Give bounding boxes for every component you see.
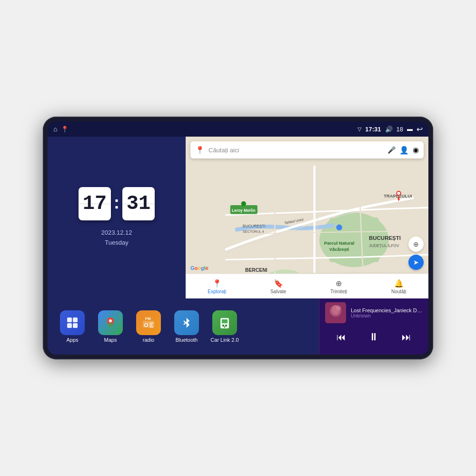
- map-search-input[interactable]: Căutați aici: [208, 147, 384, 154]
- svg-text:JUDEȚUL ILFOV: JUDEȚUL ILFOV: [369, 243, 399, 248]
- svg-text:Leroy Merlin: Leroy Merlin: [232, 208, 255, 213]
- layers-icon[interactable]: ◉: [413, 146, 419, 154]
- app-item-apps[interactable]: Apps: [55, 310, 89, 343]
- radio-label: radio: [143, 337, 154, 343]
- svg-rect-31: [149, 325, 152, 326]
- map-nav-send[interactable]: ⊕ Trimiteți: [330, 279, 347, 294]
- play-pause-button[interactable]: ⏸: [365, 329, 383, 345]
- svg-rect-0: [186, 141, 428, 295]
- map-nav-explore[interactable]: 📍 Explorați: [208, 279, 226, 294]
- bluetooth-icon: [174, 310, 199, 335]
- svg-point-19: [397, 192, 400, 195]
- music-title: Lost Frequencies_Janieck Devy-...: [351, 307, 423, 313]
- bluetooth-label: Bluetooth: [176, 337, 198, 343]
- voice-search-icon[interactable]: 🎤: [387, 146, 396, 154]
- signal-icon: ▽: [357, 126, 361, 132]
- map-nav-news[interactable]: 🔔 Noutăți: [391, 279, 407, 294]
- svg-point-24: [109, 319, 112, 322]
- battery-level: 18: [397, 126, 403, 133]
- clock-hours: 17: [79, 187, 111, 220]
- app-item-maps[interactable]: Maps: [93, 310, 128, 343]
- svg-text:SECTORUL 4: SECTORUL 4: [243, 229, 264, 234]
- status-bar: ⌂ 📍 ▽ 17:31 🔊 18 ▬ ↩: [48, 121, 428, 137]
- home-icon[interactable]: ⌂: [53, 125, 57, 133]
- maps-icon: [98, 310, 123, 335]
- apps-label: Apps: [66, 337, 78, 343]
- top-section: 17 : 31 2023.12.12 Tuesday: [48, 137, 428, 298]
- explore-icon: 📍: [212, 279, 222, 288]
- bottom-section: Apps Maps: [48, 298, 428, 355]
- map-search-bar[interactable]: 📍 Căutați aici 🎤 👤 ◉: [190, 141, 424, 159]
- send-label: Trimiteți: [330, 289, 347, 294]
- volume-icon: 🔊: [385, 126, 393, 133]
- map-search-controls: 🎤 👤 ◉: [387, 146, 419, 155]
- svg-rect-23: [73, 323, 78, 328]
- carlink-icon: [212, 310, 237, 335]
- clock-panel: 17 : 31 2023.12.12 Tuesday: [48, 137, 186, 298]
- svg-text:BUCUREȘTI: BUCUREȘTI: [369, 235, 401, 241]
- send-icon: ⊕: [336, 279, 342, 288]
- maps-status-icon[interactable]: 📍: [61, 126, 69, 133]
- device-body: ⌂ 📍 ▽ 17:31 🔊 18 ▬ ↩ 17 :: [43, 117, 433, 359]
- clock-date: 2023.12.12 Tuesday: [101, 228, 132, 248]
- battery-icon: ▬: [407, 126, 413, 132]
- apps-icon: [60, 310, 85, 335]
- status-left-icons: ⌂ 📍: [53, 125, 69, 133]
- main-content: 17 : 31 2023.12.12 Tuesday: [48, 137, 428, 355]
- flip-clock: 17 : 31: [79, 187, 155, 220]
- music-text: Lost Frequencies_Janieck Devy-... Unknow…: [351, 307, 423, 318]
- svg-rect-22: [67, 323, 72, 328]
- map-controls: ⊕ ➤: [408, 237, 424, 270]
- svg-rect-35: [222, 325, 224, 327]
- time-display: 17:31: [365, 126, 381, 133]
- apps-area: Apps Maps: [48, 298, 319, 355]
- status-right-info: ▽ 17:31 🔊 18 ▬ ↩: [357, 125, 423, 134]
- radio-icon: FM: [136, 310, 161, 335]
- svg-rect-20: [67, 317, 72, 322]
- saved-label: Salvate: [270, 289, 286, 294]
- svg-text:BUCUREȘTI: BUCUREȘTI: [243, 224, 266, 228]
- carlink-label: Car Link 2.0: [210, 337, 238, 343]
- album-art: [325, 302, 346, 323]
- svg-rect-21: [73, 317, 78, 322]
- next-button[interactable]: ⏭: [398, 330, 415, 345]
- music-info: Lost Frequencies_Janieck Devy-... Unknow…: [325, 302, 423, 323]
- map-nav-saved[interactable]: 🔖 Salvate: [270, 279, 286, 294]
- google-logo: Google: [190, 265, 208, 271]
- app-item-carlink[interactable]: Car Link 2.0: [208, 310, 242, 343]
- music-controls: ⏮ ⏸ ⏭: [325, 329, 423, 345]
- svg-point-8: [241, 201, 246, 206]
- navigation-button[interactable]: ➤: [408, 255, 424, 270]
- map-bottom-nav: 📍 Explorați 🔖 Salvate ⊕ Trimiteți 🔔: [186, 274, 428, 298]
- svg-rect-34: [222, 319, 228, 323]
- prev-button[interactable]: ⏮: [333, 330, 350, 345]
- svg-text:FM: FM: [145, 317, 151, 321]
- svg-rect-36: [225, 325, 227, 327]
- news-label: Noutăți: [391, 289, 407, 294]
- svg-point-41: [332, 305, 339, 315]
- back-icon[interactable]: ↩: [416, 125, 423, 134]
- saved-icon: 🔖: [274, 279, 283, 288]
- maps-label: Maps: [104, 337, 117, 343]
- svg-rect-30: [149, 323, 153, 324]
- music-artist: Unknown: [351, 313, 423, 318]
- app-item-bluetooth[interactable]: Bluetooth: [169, 310, 204, 343]
- news-icon: 🔔: [394, 279, 404, 288]
- svg-rect-32: [149, 327, 153, 327]
- music-player: Lost Frequencies_Janieck Devy-... Unknow…: [319, 298, 428, 355]
- svg-text:Parcul Natural: Parcul Natural: [324, 241, 354, 246]
- account-icon[interactable]: 👤: [399, 146, 409, 155]
- explore-label: Explorați: [208, 289, 226, 294]
- svg-text:BERCENI: BERCENI: [245, 268, 268, 273]
- app-item-radio[interactable]: FM radio: [131, 310, 166, 343]
- my-location-button[interactable]: ⊕: [408, 237, 424, 252]
- clock-minutes: 31: [122, 187, 155, 220]
- svg-point-37: [224, 327, 226, 328]
- svg-point-9: [336, 225, 342, 230]
- map-panel[interactable]: Parcul Natural Văcărești Leroy Merlin TR…: [186, 137, 428, 298]
- svg-text:Văcărești: Văcărești: [329, 247, 349, 252]
- svg-point-29: [145, 324, 147, 326]
- device-screen: ⌂ 📍 ▽ 17:31 🔊 18 ▬ ↩ 17 :: [48, 121, 428, 355]
- map-search-pin-icon: 📍: [195, 146, 205, 155]
- clock-colon: :: [114, 193, 119, 213]
